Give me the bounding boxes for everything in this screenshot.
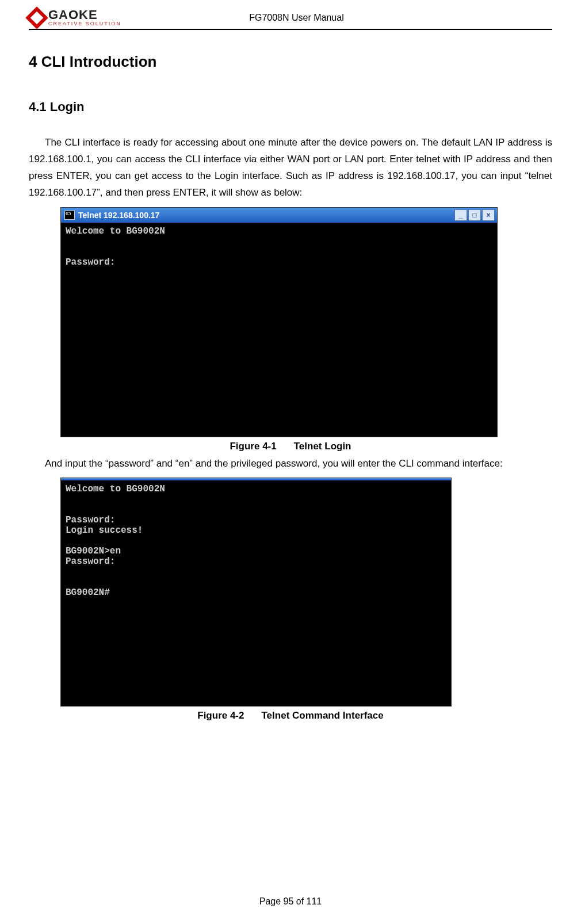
- page-footer: Page 95 of 111: [0, 896, 581, 907]
- figure-2-number: Figure 4-2: [197, 710, 244, 721]
- figure-1-number: Figure 4-1: [230, 441, 276, 452]
- chapter-heading: 4 CLI Introduction: [29, 53, 552, 71]
- window-controls: _ □ ×: [454, 209, 495, 221]
- figure-1: Telnet 192.168.100.17 _ □ × Welcome to B…: [60, 207, 552, 437]
- cmd-icon: [64, 211, 75, 220]
- telnet-command-window: Welcome to BG9002N Password: Login succe…: [60, 478, 452, 707]
- brand-logo: GAOKE CREATIVE SOLUTION: [29, 9, 121, 26]
- header-divider: [29, 29, 552, 30]
- window-titlebar: Telnet 192.168.100.17 _ □ ×: [61, 208, 497, 223]
- brand-logo-icon: [25, 6, 48, 29]
- maximize-button[interactable]: □: [468, 209, 481, 221]
- figure-2-caption: Figure 4-2Telnet Command Interface: [29, 710, 552, 721]
- figure-1-title: Telnet Login: [294, 441, 351, 452]
- window-title: Telnet 192.168.100.17: [78, 211, 159, 220]
- telnet-window: Telnet 192.168.100.17 _ □ × Welcome to B…: [60, 207, 498, 437]
- figure-2: Welcome to BG9002N Password: Login succe…: [60, 478, 552, 707]
- terminal-output-2: Welcome to BG9002N Password: Login succe…: [61, 480, 451, 706]
- mid-paragraph: And input the “password” and “en” and th…: [29, 456, 552, 472]
- figure-2-title: Telnet Command Interface: [262, 710, 384, 721]
- section-heading: 4.1 Login: [29, 100, 552, 114]
- terminal-output: Welcome to BG9002N Password:: [61, 223, 497, 437]
- document-title: FG7008N User Manual: [121, 13, 472, 23]
- minimize-button[interactable]: _: [454, 209, 467, 221]
- figure-1-caption: Figure 4-1Telnet Login: [29, 441, 552, 452]
- brand-name: GAOKE: [48, 9, 121, 21]
- close-button[interactable]: ×: [482, 209, 495, 221]
- intro-paragraph: The CLI interface is ready for accessing…: [29, 135, 552, 201]
- brand-tagline: CREATIVE SOLUTION: [48, 21, 121, 26]
- page-header: GAOKE CREATIVE SOLUTION FG7008N User Man…: [29, 9, 552, 29]
